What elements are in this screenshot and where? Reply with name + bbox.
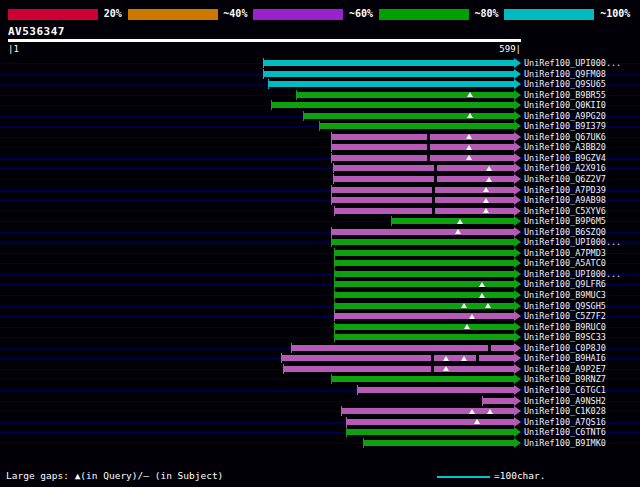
query-bar: [8, 39, 521, 42]
alignment-bar[interactable]: [482, 398, 514, 404]
hit-label[interactable]: UniRef100_B9RUC0: [524, 323, 606, 332]
alignment-bar[interactable]: [319, 123, 514, 129]
hit-row: UniRef100_A7PD39: [0, 185, 640, 196]
query-gap-marker-icon: [487, 409, 493, 414]
scale-segment-cyan: [504, 9, 594, 20]
hit-label[interactable]: UniRef100_A7PMD3: [524, 249, 606, 258]
alignment-bar[interactable]: [334, 260, 514, 266]
alignment-bar[interactable]: [291, 345, 514, 351]
hit-label[interactable]: UniRef100_B9GZV4: [524, 154, 606, 163]
hit-label[interactable]: UniRef100_B6SZQ0: [524, 228, 606, 237]
alignment-bar[interactable]: [303, 113, 514, 119]
subject-gap-marker: [432, 208, 435, 214]
hit-label[interactable]: UniRef100_Q0KII0: [524, 101, 606, 110]
scale-legend-text: =100char.: [494, 470, 545, 481]
alignment-bar[interactable]: [334, 250, 514, 256]
alignment-bar[interactable]: [363, 440, 514, 446]
hit-label[interactable]: UniRef100_Q9SGH5: [524, 302, 606, 311]
alignment-bar[interactable]: [331, 229, 514, 235]
hit-label[interactable]: UniRef100_Q6Z2V7: [524, 175, 606, 184]
alignment-bar[interactable]: [331, 134, 514, 140]
hit-row: UniRef100_C5Z7F2: [0, 311, 640, 322]
hit-label[interactable]: UniRef100_A7PD39: [524, 186, 606, 195]
hit-label[interactable]: UniRef100_B9IMK0: [524, 439, 606, 448]
scale-segment-red: [8, 9, 98, 20]
alignment-bar[interactable]: [391, 218, 514, 224]
hit-label[interactable]: UniRef100_Q9SU65: [524, 80, 606, 89]
hit-label[interactable]: UniRef100_A3BB20: [524, 143, 606, 152]
subject-gap-marker: [476, 355, 479, 361]
alignment-bar[interactable]: [331, 155, 514, 161]
alignment-bar[interactable]: [268, 81, 514, 87]
hit-label[interactable]: UniRef100_B9SC33: [524, 333, 606, 342]
hit-label[interactable]: UniRef100_C0P8J0: [524, 344, 606, 353]
hit-label[interactable]: UniRef100_C1K028: [524, 407, 606, 416]
alignment-bar[interactable]: [334, 271, 514, 277]
subject-gap-marker: [432, 187, 435, 193]
hit-label[interactable]: UniRef100_B9MUC3: [524, 291, 606, 300]
alignment-bar[interactable]: [334, 324, 514, 330]
hit-label[interactable]: UniRef100_A9AB98: [524, 196, 606, 205]
alignment-bar[interactable]: [346, 419, 514, 425]
hit-label[interactable]: UniRef100_B9RNZ7: [524, 375, 606, 384]
hit-label[interactable]: UniRef100_C6TGC1: [524, 386, 606, 395]
subject-gap-marker: [434, 165, 437, 171]
hit-row: UniRef100_B9SC33: [0, 332, 640, 343]
query-gap-marker-icon: [464, 324, 470, 329]
hit-row: UniRef100_A9P2E7: [0, 364, 640, 375]
alignment-bar[interactable]: [331, 144, 514, 150]
subject-gap-marker: [488, 345, 491, 351]
hit-label[interactable]: UniRef100_C5XYV6: [524, 207, 606, 216]
alignment-bar[interactable]: [334, 334, 514, 340]
hit-row: UniRef100_A9NSH2: [0, 396, 640, 407]
query-gap-marker-icon: [483, 187, 489, 192]
hit-row: UniRef100_C5XYV6: [0, 206, 640, 217]
hit-label[interactable]: UniRef100_A7QS16: [524, 418, 606, 427]
alignment-bar[interactable]: [283, 366, 514, 372]
alignment-bar[interactable]: [334, 313, 514, 319]
query-gap-marker-icon: [474, 419, 480, 424]
alignment-bar[interactable]: [346, 429, 514, 435]
hit-label[interactable]: UniRef100_Q9FM08: [524, 70, 606, 79]
hit-label[interactable]: UniRef100_Q9LFR6: [524, 280, 606, 289]
hit-label[interactable]: UniRef100_A2X916: [524, 164, 606, 173]
ruler-start: |1: [8, 44, 19, 54]
hit-label[interactable]: UniRef100_UPI000...: [524, 270, 621, 279]
hit-row: UniRef100_UPI000...: [0, 237, 640, 248]
scale-label: ~100%: [594, 8, 636, 20]
hit-label[interactable]: UniRef100_A9PG20: [524, 112, 606, 121]
query-gap-marker-icon: [443, 356, 449, 361]
hit-label[interactable]: UniRef100_A9NSH2: [524, 397, 606, 406]
alignment-bar[interactable]: [331, 239, 514, 245]
hit-label[interactable]: UniRef100_UPI000...: [524, 59, 621, 68]
hit-label[interactable]: UniRef100_C5Z7F2: [524, 312, 606, 321]
alignment-bar[interactable]: [281, 355, 514, 361]
alignment-bar[interactable]: [271, 102, 514, 108]
hit-label[interactable]: UniRef100_B9BR55: [524, 91, 606, 100]
alignment-bar[interactable]: [263, 60, 514, 66]
alignment-bar[interactable]: [296, 92, 514, 98]
hit-row: UniRef100_A5ATC0: [0, 258, 640, 269]
hit-label[interactable]: UniRef100_B9I379: [524, 122, 606, 131]
hit-label[interactable]: UniRef100_B9P6M5: [524, 217, 606, 226]
hit-row: UniRef100_Q9LFR6: [0, 279, 640, 290]
scale-segment-purple: [253, 9, 343, 20]
hit-label[interactable]: UniRef100_A5ATC0: [524, 259, 606, 268]
query-gap-marker-icon: [461, 303, 467, 308]
scale-label: ~40%: [218, 8, 254, 20]
alignment-bar[interactable]: [334, 292, 514, 298]
alignment-bar[interactable]: [357, 387, 514, 393]
alignment-bar[interactable]: [334, 281, 514, 287]
hit-label[interactable]: UniRef100_A9P2E7: [524, 365, 606, 374]
alignment-bar[interactable]: [331, 376, 514, 382]
hit-row: UniRef100_Q6Z2V7: [0, 174, 640, 185]
alignment-bar[interactable]: [263, 71, 514, 77]
hit-row: UniRef100_B9I379: [0, 121, 640, 132]
hit-label[interactable]: UniRef100_Q67UK6: [524, 133, 606, 142]
hit-row: UniRef100_Q9SGH5: [0, 301, 640, 312]
hit-label[interactable]: UniRef100_UPI000...: [524, 238, 621, 247]
hit-label[interactable]: UniRef100_B9HAI6: [524, 354, 606, 363]
query-gap-marker-icon: [483, 198, 489, 203]
hit-label[interactable]: UniRef100_C6TNT6: [524, 428, 606, 437]
query-gap-marker-icon: [486, 177, 492, 182]
